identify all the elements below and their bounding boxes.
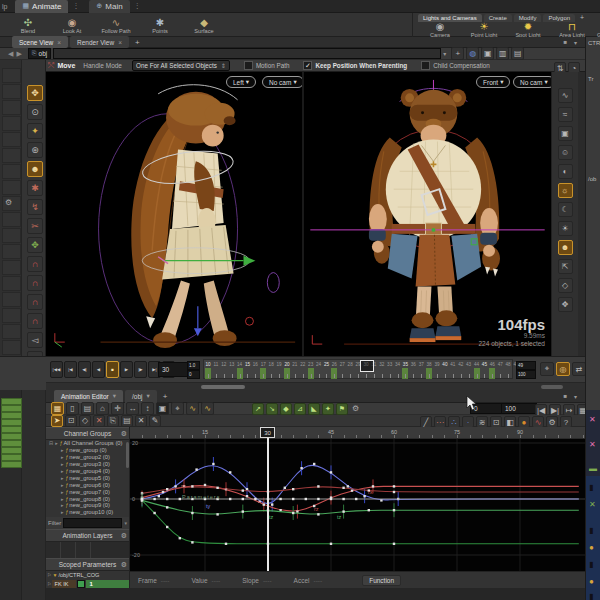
- channel-group-item[interactable]: ▸ƒnew_group10 (0): [46, 509, 129, 516]
- key-point[interactable]: [216, 513, 218, 515]
- view-cone-icon[interactable]: ◅: [27, 332, 43, 348]
- play-button[interactable]: ▶: [120, 361, 133, 378]
- window-menu-icon[interactable]: ▾: [574, 393, 577, 400]
- animation-layers-header[interactable]: Animation Layers ⚙: [46, 529, 129, 542]
- key-point[interactable]: [179, 498, 181, 500]
- handle-mode-dropdown[interactable]: One For All Selected Objects ⇕: [132, 60, 230, 71]
- channel-group-item[interactable]: ▸ƒnew_group6 (0): [46, 481, 129, 488]
- tree-item-icon[interactable]: ▸: [61, 461, 64, 467]
- scoped-channel-row[interactable]: [1, 405, 22, 412]
- tree-scrollbar[interactable]: [126, 442, 129, 468]
- dock-slot[interactable]: [2, 116, 21, 131]
- channel-group-item[interactable]: ▸ƒnew_group9 (0): [46, 502, 129, 509]
- key-tri-icon[interactable]: ⊿: [294, 403, 306, 415]
- key-point[interactable]: [330, 471, 332, 473]
- network-node-icon[interactable]: ●: [589, 578, 594, 586]
- character-cut-icon[interactable]: ✂: [27, 218, 43, 234]
- seek-start-button[interactable]: |◀◀: [50, 361, 63, 378]
- character-blend-icon[interactable]: ✱: [27, 180, 43, 196]
- view-menu-button[interactable]: Left ▾: [226, 76, 256, 88]
- key-point[interactable]: [393, 509, 395, 511]
- desktop-menu-icon[interactable]: ⋮: [72, 2, 79, 10]
- key-point[interactable]: [296, 510, 298, 512]
- headlight-icon[interactable]: ☼: [558, 183, 573, 198]
- network-node-icon[interactable]: ▮: [589, 593, 593, 600]
- scale-tool-icon[interactable]: ⊛: [27, 142, 43, 158]
- range-stack[interactable]: 49 100: [516, 361, 536, 379]
- tab-render-view[interactable]: Render View ×: [70, 36, 129, 48]
- axes-icon[interactable]: ✥: [558, 297, 573, 312]
- next-frame-button[interactable]: |▶: [134, 361, 147, 378]
- dock-slot[interactable]: [2, 132, 21, 147]
- delete-key-icon[interactable]: ✕: [93, 415, 105, 427]
- path-combo[interactable]: [53, 48, 441, 59]
- add-shelf-tab-icon[interactable]: +: [580, 14, 584, 21]
- key-point[interactable]: [355, 498, 357, 500]
- scoped-channel-row[interactable]: [1, 447, 22, 454]
- scoped-channel-row[interactable]: [1, 426, 22, 433]
- key-point[interactable]: [292, 498, 294, 500]
- gear-icon[interactable]: ⚙: [121, 532, 127, 540]
- channel-group-item[interactable]: ▸ƒnew_group2 (0): [46, 454, 129, 461]
- book-icon[interactable]: ▤: [511, 47, 524, 60]
- frame-stack[interactable]: 1.0 0: [187, 361, 200, 379]
- loop-icon[interactable]: ⇄: [572, 362, 586, 376]
- dock-slot[interactable]: [2, 180, 21, 195]
- scoped-parameters-header[interactable]: Scoped Parameters ⚙: [46, 558, 129, 571]
- key-point[interactable]: [292, 488, 294, 490]
- sun-light-icon[interactable]: ☀: [558, 221, 573, 236]
- curve-ty[interactable]: [142, 465, 579, 503]
- dock-gear-icon[interactable]: ⚙: [5, 198, 12, 207]
- clear-keys-icon[interactable]: ✕: [135, 415, 147, 427]
- key-point[interactable]: [246, 488, 248, 490]
- snap-view-icon[interactable]: ⇱: [558, 259, 573, 274]
- key-point[interactable]: [191, 485, 193, 487]
- channel-groups-header[interactable]: Channel Groups ⚙: [46, 427, 129, 440]
- spot-light-tool-button[interactable]: ✹Spot Light: [509, 21, 547, 38]
- param-value[interactable]: 1: [86, 580, 129, 588]
- curve-rz[interactable]: [142, 487, 579, 494]
- snap-point-icon[interactable]: ∩: [27, 275, 43, 291]
- key-point[interactable]: [242, 510, 244, 512]
- channel-group-item[interactable]: ▸ƒnew_group4 (0): [46, 468, 129, 475]
- blend-tool-button[interactable]: ✣Blend: [9, 17, 47, 34]
- wave-icon[interactable]: ≈: [558, 107, 573, 122]
- curve-tz[interactable]: [142, 500, 579, 514]
- snap-multi-icon[interactable]: ∩: [27, 313, 43, 329]
- key-point[interactable]: [372, 485, 374, 487]
- diamond-icon[interactable]: ◇: [558, 278, 573, 293]
- forward-icon[interactable]: ▶: [16, 50, 21, 58]
- key-point[interactable]: [263, 503, 265, 505]
- key-point[interactable]: [166, 498, 168, 500]
- scoped-channel-row[interactable]: [1, 440, 22, 447]
- desktop-menu-icon[interactable]: ⋮: [134, 2, 141, 10]
- close-icon[interactable]: ×: [118, 39, 122, 46]
- scoped-path-row[interactable]: ⚐ ▼ /obj/CTRL_COG: [46, 571, 129, 579]
- channel-group-root[interactable]: ⊟▸ƒAll Channel Groups (0): [46, 440, 129, 447]
- realtime-icon[interactable]: ◎: [556, 362, 570, 376]
- back-icon[interactable]: ◀: [8, 50, 13, 58]
- camera-menu-button[interactable]: No cam ▾: [262, 76, 304, 88]
- head-icon[interactable]: ☺: [558, 145, 573, 160]
- edit-keys-icon[interactable]: ✎: [149, 415, 161, 427]
- graph-current-frame-box[interactable]: 30: [260, 427, 275, 438]
- key-point[interactable]: [317, 485, 319, 487]
- points-tool-button[interactable]: ✱Points: [141, 17, 179, 34]
- dock-slot[interactable]: [2, 276, 21, 291]
- key-point[interactable]: [216, 498, 218, 500]
- timeline-ruler[interactable]: 1011121314151617181920212223242526272829…: [203, 359, 513, 379]
- tree-item-icon[interactable]: ▸: [61, 475, 64, 481]
- snapshot-icon[interactable]: ▣: [481, 47, 494, 60]
- prev-frame-button[interactable]: ◀|: [78, 361, 91, 378]
- network-node-icon[interactable]: ✕: [589, 501, 596, 509]
- network-node-icon[interactable]: ✕: [589, 441, 596, 449]
- tree-item-icon[interactable]: ▸: [61, 489, 64, 495]
- tree-item-icon[interactable]: ▸: [61, 509, 64, 515]
- scoped-channel-row[interactable]: [1, 433, 22, 440]
- key-point[interactable]: [330, 543, 332, 545]
- rotate-tool-icon[interactable]: ✦: [27, 123, 43, 139]
- graph-playhead[interactable]: [267, 427, 269, 571]
- box-select-icon[interactable]: ⊡: [65, 415, 77, 427]
- key-point[interactable]: [191, 498, 193, 500]
- tab-scene-view[interactable]: Scene View ×: [12, 36, 68, 48]
